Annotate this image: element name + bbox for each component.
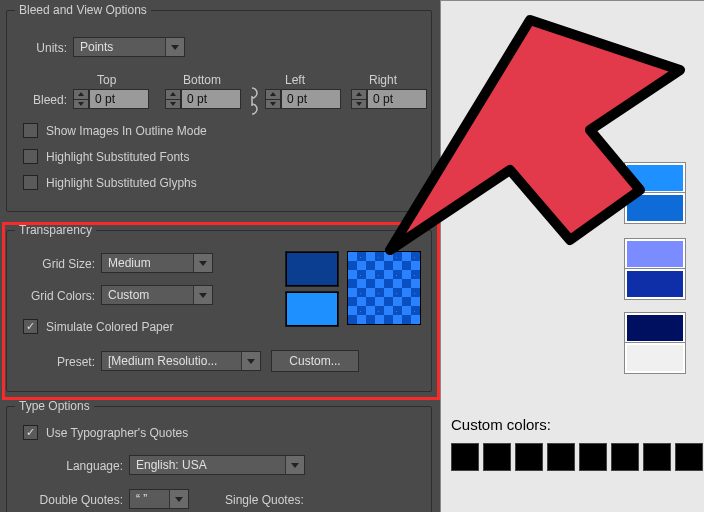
language-dropdown[interactable]: English: USA xyxy=(129,455,305,475)
chevron-down-icon xyxy=(193,286,212,304)
show-images-checkbox[interactable]: ✓ Show Images In Outline Mode xyxy=(23,123,207,138)
bleed-top-value[interactable]: 0 pt xyxy=(89,89,149,109)
grid-color-swatch-1[interactable] xyxy=(285,251,339,287)
preset-dropdown[interactable]: [Medium Resolutio... xyxy=(101,351,261,371)
highlight-fonts-label: Highlight Substituted Fonts xyxy=(46,150,189,164)
bleed-col-left: Left xyxy=(285,73,305,87)
type-options-group: Type Options ✓ Use Typographer's Quotes … xyxy=(6,406,432,512)
highlight-glyphs-checkbox[interactable]: ✓ Highlight Substituted Glyphs xyxy=(23,175,197,190)
custom-color-swatch[interactable] xyxy=(611,443,639,471)
custom-color-swatch[interactable] xyxy=(515,443,543,471)
language-value: English: USA xyxy=(130,458,285,472)
bleed-view-legend: Bleed and View Options xyxy=(15,3,151,17)
bleed-col-bottom: Bottom xyxy=(183,73,221,87)
bleed-left-stepper[interactable]: 0 pt xyxy=(265,89,341,109)
double-quotes-dropdown[interactable]: “ ” xyxy=(129,489,189,509)
grid-colors-dropdown[interactable]: Custom xyxy=(101,285,213,305)
palette-swatch[interactable] xyxy=(625,239,685,269)
transparency-preview xyxy=(347,251,421,325)
custom-button[interactable]: Custom... xyxy=(271,350,359,372)
grid-colors-label: Grid Colors: xyxy=(7,289,95,303)
step-down-icon[interactable] xyxy=(73,99,89,110)
custom-color-swatch[interactable] xyxy=(451,443,479,471)
step-up-icon[interactable] xyxy=(351,89,367,99)
bleed-top-stepper[interactable]: 0 pt xyxy=(73,89,149,109)
custom-color-swatch[interactable] xyxy=(643,443,671,471)
step-down-icon[interactable] xyxy=(351,99,367,110)
highlight-fonts-checkbox[interactable]: ✓ Highlight Substituted Fonts xyxy=(23,149,189,164)
bleed-label: Bleed: xyxy=(7,93,67,107)
single-quotes-label: Single Quotes: xyxy=(225,493,304,507)
bleed-view-group: Bleed and View Options Units: Points Top… xyxy=(6,10,432,212)
bleed-right-value[interactable]: 0 pt xyxy=(367,89,427,109)
custom-color-swatch[interactable] xyxy=(483,443,511,471)
bleed-left-value[interactable]: 0 pt xyxy=(281,89,341,109)
double-quotes-value: “ ” xyxy=(130,492,169,506)
transparency-legend: Transparency xyxy=(15,223,96,237)
grid-size-dropdown[interactable]: Medium xyxy=(101,253,213,273)
transparency-group: Transparency Grid Size: Medium Grid Colo… xyxy=(6,230,432,392)
bleed-bottom-value[interactable]: 0 pt xyxy=(181,89,241,109)
units-value: Points xyxy=(74,40,165,54)
chevron-down-icon xyxy=(241,352,260,370)
step-up-icon[interactable] xyxy=(73,89,89,99)
step-down-icon[interactable] xyxy=(165,99,181,110)
step-down-icon[interactable] xyxy=(265,99,281,110)
palette-swatch[interactable] xyxy=(625,313,685,343)
step-up-icon[interactable] xyxy=(265,89,281,99)
bleed-col-right: Right xyxy=(369,73,397,87)
simulate-colored-paper-checkbox[interactable]: ✓ Simulate Colored Paper xyxy=(23,319,173,334)
chevron-down-icon xyxy=(169,490,188,508)
custom-colors-grid xyxy=(451,443,703,471)
preset-label: Preset: xyxy=(7,355,95,369)
palette-swatch[interactable] xyxy=(625,343,685,373)
units-label: Units: xyxy=(7,41,67,55)
chevron-down-icon xyxy=(165,38,184,56)
grid-colors-value: Custom xyxy=(102,288,193,302)
highlight-glyphs-label: Highlight Substituted Glyphs xyxy=(46,176,197,190)
bleed-bottom-stepper[interactable]: 0 pt xyxy=(165,89,241,109)
custom-color-swatch[interactable] xyxy=(579,443,607,471)
bleed-right-stepper[interactable]: 0 pt xyxy=(351,89,427,109)
double-quotes-label: Double Quotes: xyxy=(7,493,123,507)
palette-swatch[interactable] xyxy=(625,163,685,193)
custom-colors-label: Custom colors: xyxy=(451,416,551,433)
preset-value: [Medium Resolutio... xyxy=(102,354,241,368)
grid-size-label: Grid Size: xyxy=(7,257,95,271)
palette-swatch[interactable] xyxy=(625,269,685,299)
show-images-label: Show Images In Outline Mode xyxy=(46,124,207,138)
language-label: Language: xyxy=(7,459,123,473)
grid-size-value: Medium xyxy=(102,256,193,270)
custom-button-label: Custom... xyxy=(289,354,340,368)
color-picker-panel: Custom colors: xyxy=(440,0,704,512)
custom-color-swatch[interactable] xyxy=(547,443,575,471)
chevron-down-icon xyxy=(193,254,212,272)
simulate-colored-paper-label: Simulate Colored Paper xyxy=(46,320,173,334)
custom-color-swatch[interactable] xyxy=(675,443,703,471)
grid-color-swatch-2[interactable] xyxy=(285,291,339,327)
palette-swatch[interactable] xyxy=(625,193,685,223)
chevron-down-icon xyxy=(285,456,304,474)
step-up-icon[interactable] xyxy=(165,89,181,99)
typographer-quotes-label: Use Typographer's Quotes xyxy=(46,426,188,440)
typographer-quotes-checkbox[interactable]: ✓ Use Typographer's Quotes xyxy=(23,425,188,440)
document-setup-panel: Bleed and View Options Units: Points Top… xyxy=(0,0,704,512)
units-dropdown[interactable]: Points xyxy=(73,37,185,57)
link-icon[interactable] xyxy=(245,81,259,121)
type-options-legend: Type Options xyxy=(15,399,94,413)
bleed-col-top: Top xyxy=(97,73,116,87)
